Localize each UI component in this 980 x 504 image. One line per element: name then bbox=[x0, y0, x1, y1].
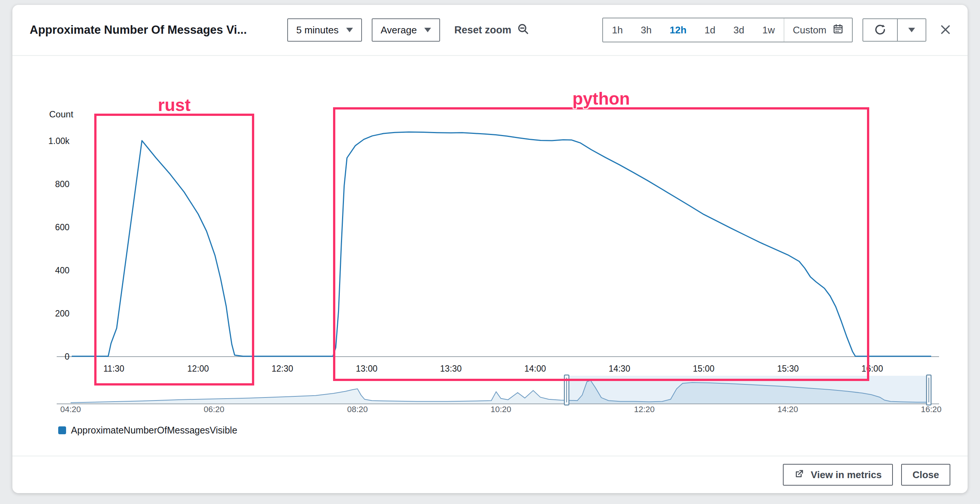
header-divider bbox=[13, 55, 967, 56]
x-tick-label: 12:00 bbox=[187, 364, 209, 374]
view-in-metrics-button[interactable]: View in metrics bbox=[783, 464, 893, 486]
custom-label: Custom bbox=[793, 24, 826, 36]
timeline-tick-label: 16:20 bbox=[921, 405, 941, 414]
x-tick-label: 13:00 bbox=[356, 364, 378, 374]
close-button-label: Close bbox=[912, 469, 939, 481]
timeline-tick-label: 04:20 bbox=[60, 405, 81, 414]
modal-header: Approximate Number Of Messages Vi... 5 m… bbox=[13, 5, 967, 55]
legend-label: ApproximateNumberOfMessagesVisible bbox=[71, 425, 237, 436]
refresh-icon bbox=[874, 23, 886, 37]
x-tick-label: 14:30 bbox=[609, 364, 630, 374]
view-in-metrics-label: View in metrics bbox=[811, 469, 881, 481]
reset-zoom-button[interactable]: Reset zoom bbox=[452, 22, 532, 38]
legend-swatch bbox=[58, 426, 66, 434]
x-tick-label: 11:30 bbox=[103, 364, 124, 374]
x-tick-label: 14:00 bbox=[524, 364, 546, 374]
external-link-icon bbox=[794, 468, 805, 482]
reset-zoom-label: Reset zoom bbox=[454, 24, 511, 36]
time-range-custom-button[interactable]: Custom bbox=[784, 18, 852, 42]
close-button[interactable]: Close bbox=[901, 464, 950, 486]
y-tick-label: 400 bbox=[55, 266, 70, 275]
period-value: 5 minutes bbox=[296, 24, 339, 36]
chevron-down-icon bbox=[424, 28, 431, 32]
x-tick-label: 12:30 bbox=[272, 364, 293, 374]
period-dropdown[interactable]: 5 minutes bbox=[287, 18, 362, 42]
time-range-selector: 1h 3h 12h 1d 3d 1w Custom bbox=[602, 17, 853, 42]
x-tick-label: 16:00 bbox=[861, 364, 883, 374]
chart-area: Count 1.00k800600400200011:3012:0012:301… bbox=[13, 58, 967, 456]
x-tick-label: 15:00 bbox=[693, 364, 714, 374]
time-range-12h[interactable]: 12h bbox=[661, 18, 696, 42]
refresh-button[interactable] bbox=[862, 18, 898, 42]
y-tick-label: 1.00k bbox=[48, 136, 70, 146]
timeline-tick-label: 08:20 bbox=[347, 405, 368, 414]
refresh-group bbox=[862, 18, 926, 42]
timeline-tick-label: 12:20 bbox=[634, 405, 654, 414]
modal-footer: View in metrics Close bbox=[13, 456, 967, 493]
chevron-down-icon bbox=[346, 28, 353, 32]
legend-item[interactable]: ApproximateNumberOfMessagesVisible bbox=[58, 425, 237, 436]
close-icon[interactable] bbox=[939, 23, 952, 37]
timeline-tick-label: 06:20 bbox=[204, 405, 224, 414]
chevron-down-icon bbox=[908, 28, 915, 32]
y-tick-label: 800 bbox=[55, 179, 70, 189]
chart-title: Approximate Number Of Messages Vi... bbox=[30, 23, 277, 37]
timeline-tick-label: 14:20 bbox=[777, 405, 798, 414]
y-tick-label: 200 bbox=[55, 309, 70, 319]
calendar-icon bbox=[832, 23, 844, 37]
statistic-dropdown[interactable]: Average bbox=[372, 18, 440, 42]
main-series-line bbox=[72, 132, 931, 356]
metric-details-modal: Approximate Number Of Messages Vi... 5 m… bbox=[13, 5, 967, 493]
y-tick-label: 600 bbox=[55, 222, 70, 232]
time-range-3h[interactable]: 3h bbox=[632, 18, 661, 42]
x-tick-label: 13:30 bbox=[440, 364, 462, 374]
time-range-3d[interactable]: 3d bbox=[724, 18, 753, 42]
refresh-options-button[interactable] bbox=[898, 18, 926, 42]
main-chart[interactable]: 1.00k800600400200011:3012:0012:3013:0013… bbox=[13, 58, 967, 456]
x-tick-label: 15:30 bbox=[777, 364, 799, 374]
statistic-value: Average bbox=[381, 24, 417, 36]
time-range-1h[interactable]: 1h bbox=[603, 18, 632, 42]
timeline-tick-label: 10:20 bbox=[490, 405, 511, 414]
y-tick-label: 0 bbox=[65, 352, 70, 361]
zoom-out-icon bbox=[517, 22, 530, 38]
time-range-1w[interactable]: 1w bbox=[753, 18, 784, 42]
time-range-1d[interactable]: 1d bbox=[695, 18, 724, 42]
